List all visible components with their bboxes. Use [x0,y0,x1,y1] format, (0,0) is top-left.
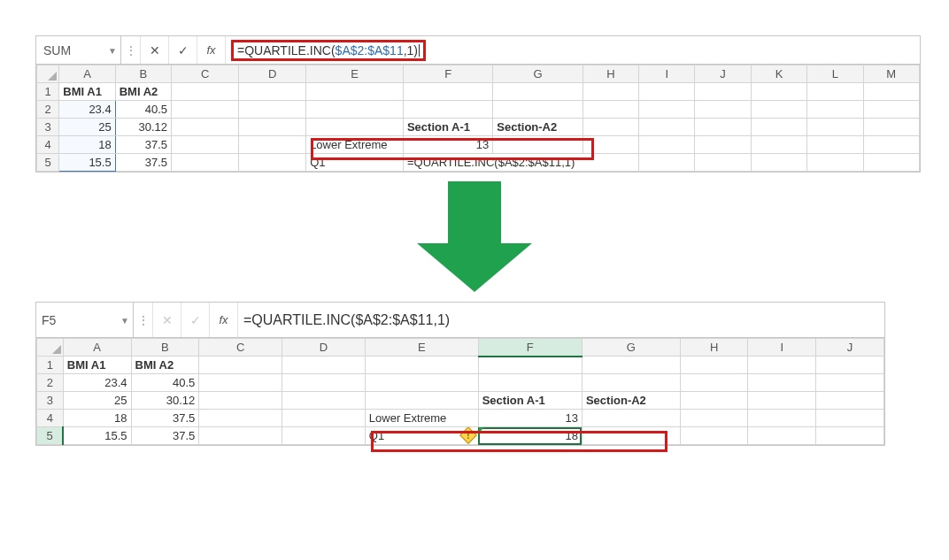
col-hdr-I[interactable]: I [639,65,695,83]
cell[interactable] [816,357,884,374]
cell[interactable] [751,83,806,101]
cell-B4[interactable]: 37.5 [115,136,171,154]
cell[interactable] [680,427,748,445]
cell-E5[interactable]: Q1 [306,154,404,172]
cell[interactable] [863,119,920,136]
cell-G3[interactable]: Section-A2 [493,119,583,136]
cell[interactable] [751,119,806,136]
col-hdr-M[interactable]: M [863,65,920,83]
cell-A5[interactable]: 15.5 [63,427,131,445]
cell[interactable] [807,83,863,101]
cell-B5[interactable]: 37.5 [131,427,199,445]
cell[interactable] [680,410,748,427]
cell[interactable] [748,410,816,427]
cell-F5-editing[interactable]: =QUARTILE.INC($A$2:$A$11,1) [403,154,638,172]
cell[interactable] [807,154,863,172]
cell[interactable] [172,119,239,136]
cell[interactable] [306,101,404,119]
cell[interactable] [639,136,695,154]
cell[interactable] [199,427,282,445]
cell[interactable] [493,83,583,101]
cell[interactable] [172,83,239,101]
cell[interactable] [863,101,920,119]
cell-B5[interactable]: 37.5 [115,154,171,172]
cell-E5[interactable]: Q1 [365,427,478,445]
cell[interactable] [239,83,306,101]
cell[interactable] [680,392,748,410]
col-hdr-F[interactable]: F [403,65,492,83]
cell[interactable] [306,83,404,101]
cell[interactable] [639,101,695,119]
cell-F3[interactable]: Section A-1 [478,392,582,410]
cell[interactable] [695,83,751,101]
cell[interactable] [493,136,583,154]
col-hdr-E[interactable]: E [365,339,478,357]
cell[interactable] [751,154,806,172]
cell[interactable] [863,136,920,154]
cell-A2[interactable]: 23.4 [63,374,131,392]
col-hdr-B[interactable]: B [115,65,171,83]
cell[interactable] [306,119,404,136]
cell-A1[interactable]: BMI A1 [59,83,115,101]
cell[interactable] [239,136,306,154]
cell-A3[interactable]: 25 [63,392,131,410]
cell[interactable] [403,101,492,119]
row-hdr-3[interactable]: 3 [37,119,59,136]
cell[interactable] [748,427,816,445]
cell[interactable] [680,374,748,392]
cell-A1[interactable]: BMI A1 [63,357,131,374]
spreadsheet-grid-bottom[interactable]: A B C D E F G H I J 1 BMI A1 BMI A2 2 23… [36,338,884,445]
cell-B2[interactable]: 40.5 [131,374,199,392]
col-hdr-A[interactable]: A [59,65,115,83]
cell-G3[interactable]: Section-A2 [582,392,680,410]
cell[interactable] [199,357,282,374]
cell-A5[interactable]: 15.5 [59,154,115,172]
cell[interactable] [282,427,366,445]
cell[interactable] [748,392,816,410]
cell-A3[interactable]: 25 [59,119,115,136]
col-hdr-G[interactable]: G [493,65,583,83]
row-hdr-1[interactable]: 1 [37,357,64,374]
cell[interactable] [816,427,884,445]
cell-E4[interactable]: Lower Extreme [306,136,404,154]
cell[interactable] [695,119,751,136]
cell[interactable] [863,154,920,172]
row-hdr-1[interactable]: 1 [37,83,59,101]
cell[interactable] [199,392,282,410]
cell[interactable] [680,357,748,374]
cell[interactable] [751,101,806,119]
cell[interactable] [816,374,884,392]
cell[interactable] [583,136,638,154]
cell-A2[interactable]: 23.4 [59,101,115,119]
cell[interactable] [639,119,695,136]
cell[interactable] [199,374,282,392]
col-hdr-J[interactable]: J [695,65,751,83]
cell[interactable] [282,357,366,374]
cell[interactable] [582,427,680,445]
cell[interactable] [863,83,920,101]
row-hdr-3[interactable]: 3 [37,392,64,410]
cell-F4[interactable]: 13 [403,136,492,154]
cell[interactable] [583,83,638,101]
col-hdr-G[interactable]: G [582,339,680,357]
cell[interactable] [807,119,863,136]
name-box[interactable]: F5 ▼ [36,303,134,337]
cell[interactable] [172,101,239,119]
cell[interactable] [583,119,638,136]
cell[interactable] [748,357,816,374]
cell-B2[interactable]: 40.5 [115,101,171,119]
cell[interactable] [807,136,863,154]
cell[interactable] [478,357,582,374]
cell[interactable] [282,374,366,392]
cell[interactable] [816,410,884,427]
cell[interactable] [172,154,239,172]
row-hdr-4[interactable]: 4 [37,136,59,154]
cell-B3[interactable]: 30.12 [131,392,199,410]
cell-B3[interactable]: 30.12 [115,119,171,136]
cell[interactable] [239,119,306,136]
cell[interactable] [748,374,816,392]
cell[interactable] [365,374,478,392]
cell-E4[interactable]: Lower Extreme [365,410,478,427]
cell[interactable] [493,101,583,119]
cell-B4[interactable]: 37.5 [131,410,199,427]
